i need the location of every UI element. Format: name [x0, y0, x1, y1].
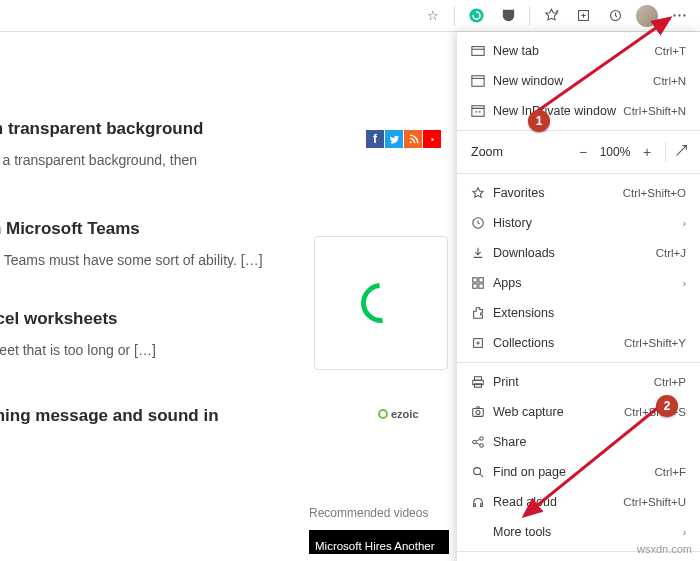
twitter-icon[interactable]: [385, 130, 403, 148]
menu-label: New InPrivate window: [493, 104, 623, 118]
apps-icon: [471, 276, 493, 290]
ublock-icon[interactable]: [493, 2, 523, 30]
annotation-badge-1: 1: [528, 110, 550, 132]
favorites-icon[interactable]: [536, 2, 566, 30]
loading-spinner-icon: [353, 275, 409, 331]
fullscreen-button[interactable]: [670, 144, 692, 160]
web-capture-icon: [471, 405, 493, 419]
menu-history[interactable]: History ›: [457, 208, 700, 238]
zoom-in-button[interactable]: +: [633, 144, 661, 160]
ezoic-label[interactable]: ezoic: [378, 408, 419, 420]
svg-rect-8: [472, 76, 484, 87]
menu-label: Print: [493, 375, 654, 389]
shortcut: Ctrl+T: [654, 45, 686, 57]
menu-share[interactable]: Share: [457, 427, 700, 457]
svg-point-0: [469, 8, 483, 22]
menu-new-tab[interactable]: New tab Ctrl+T: [457, 36, 700, 66]
menu-find[interactable]: Find on page Ctrl+F: [457, 457, 700, 487]
zoom-out-button[interactable]: −: [569, 144, 597, 160]
rss-icon[interactable]: [404, 130, 422, 148]
svg-rect-12: [479, 278, 483, 282]
menu-new-window[interactable]: New window Ctrl+N: [457, 66, 700, 96]
menu-label: Collections: [493, 336, 624, 350]
find-icon: [471, 465, 493, 479]
menu-separator: [457, 173, 700, 174]
extensions-icon: [471, 306, 493, 320]
new-tab-icon: [471, 44, 493, 58]
recommended-label: Recommended videos: [309, 506, 449, 520]
read-aloud-icon: [471, 495, 493, 509]
menu-inprivate[interactable]: New InPrivate window Ctrl+Shift+N: [457, 96, 700, 126]
menu-separator: [457, 130, 700, 131]
menu-extensions[interactable]: Extensions: [457, 298, 700, 328]
more-menu-button[interactable]: [664, 2, 694, 30]
menu-read-aloud[interactable]: Read aloud Ctrl+Shift+U: [457, 487, 700, 517]
svg-rect-13: [473, 284, 477, 288]
article-excerpt: es with a transparent background, then: [0, 150, 445, 172]
shortcut: Ctrl+Shift+Y: [624, 337, 686, 349]
menu-label: Share: [493, 435, 686, 449]
menu-label: More tools: [493, 525, 683, 539]
separator: [529, 6, 530, 26]
browser-menu: New tab Ctrl+T New window Ctrl+N New InP…: [457, 32, 700, 561]
grammarly-icon[interactable]: [461, 2, 491, 30]
social-icons: f: [366, 130, 441, 148]
svg-point-22: [480, 437, 484, 441]
collections-icon[interactable]: [568, 2, 598, 30]
share-icon: [471, 435, 493, 449]
menu-downloads[interactable]: Downloads Ctrl+J: [457, 238, 700, 268]
svg-rect-19: [473, 409, 484, 417]
youtube-icon[interactable]: [423, 130, 441, 148]
shortcut: Ctrl+J: [656, 247, 686, 259]
menu-settings[interactable]: Settings: [457, 556, 700, 561]
svg-point-3: [673, 14, 675, 16]
svg-rect-14: [479, 284, 483, 288]
menu-print[interactable]: Print Ctrl+P: [457, 367, 700, 397]
new-window-icon: [471, 74, 493, 88]
separator: [454, 6, 455, 26]
collections-icon: [471, 336, 493, 350]
print-icon: [471, 375, 493, 389]
menu-separator: [457, 362, 700, 363]
sync-icon[interactable]: [600, 2, 630, 30]
menu-collections[interactable]: Collections Ctrl+Shift+Y: [457, 328, 700, 358]
ad-placeholder: [314, 236, 448, 370]
shortcut: Ctrl+P: [654, 376, 686, 388]
svg-point-4: [678, 14, 680, 16]
menu-label: New tab: [493, 44, 654, 58]
facebook-icon[interactable]: f: [366, 130, 384, 148]
menu-label: Extensions: [493, 306, 686, 320]
shortcut: Ctrl+F: [654, 466, 686, 478]
favorites-icon: [471, 186, 493, 200]
svg-rect-7: [472, 47, 484, 56]
profile-avatar[interactable]: [632, 2, 662, 30]
annotation-badge-2: 2: [656, 395, 678, 417]
downloads-icon: [471, 246, 493, 260]
svg-point-20: [476, 410, 480, 414]
shortcut: Ctrl+Shift+O: [623, 187, 686, 199]
chevron-right-icon: ›: [683, 527, 686, 538]
recommended-videos: Recommended videos Microsoft Hires Anoth…: [309, 506, 449, 554]
shortcut: Ctrl+Shift+N: [623, 105, 686, 117]
svg-point-6: [409, 141, 411, 143]
watermark: wsxdn.com: [637, 543, 692, 555]
shortcut: Ctrl+Shift+U: [623, 496, 686, 508]
menu-label: Favorites: [493, 186, 623, 200]
svg-point-23: [480, 444, 484, 448]
svg-point-24: [474, 468, 481, 475]
menu-label: New window: [493, 74, 653, 88]
browser-toolbar: ☆: [0, 0, 700, 32]
zoom-label: Zoom: [471, 145, 526, 159]
svg-rect-11: [473, 278, 477, 282]
menu-label: Downloads: [493, 246, 656, 260]
star-icon[interactable]: ☆: [418, 2, 448, 30]
video-tile[interactable]: Microsoft Hires Another: [309, 530, 449, 554]
inprivate-icon: [471, 104, 493, 118]
menu-apps[interactable]: Apps ›: [457, 268, 700, 298]
menu-label: Read aloud: [493, 495, 623, 509]
history-icon: [471, 216, 493, 230]
shortcut: Ctrl+N: [653, 75, 686, 87]
zoom-value: 100%: [597, 145, 633, 159]
menu-label: History: [493, 216, 683, 230]
menu-favorites[interactable]: Favorites Ctrl+Shift+O: [457, 178, 700, 208]
